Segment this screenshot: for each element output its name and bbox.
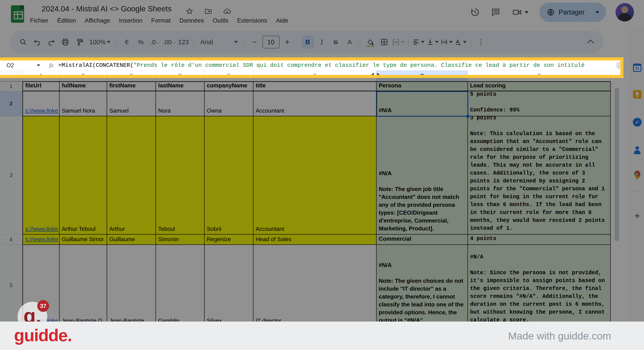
cell-d4[interactable]: Simonin [156,234,204,245]
name-box-caret-icon[interactable] [37,64,40,66]
cell-o4[interactable]: Commercial [376,234,468,245]
cell-e1[interactable]: companyName [204,82,254,91]
column-header-p[interactable]: P [468,70,611,82]
menu-fichier[interactable]: Fichier [30,17,48,24]
fill-handle[interactable] [466,114,470,118]
sheets-logo-icon[interactable] [11,5,24,23]
decrease-decimals-button[interactable]: .0← [149,36,161,48]
cell-a4-link[interactable]: s://www.linke [25,236,58,243]
row-header-2[interactable]: 2 [0,91,22,116]
column-header-b[interactable]: B [60,70,107,82]
font-select[interactable]: Arial [198,36,240,48]
account-avatar[interactable] [616,3,634,22]
cell-a2-link[interactable]: s://www.linke [25,107,58,114]
italic-button[interactable]: I [316,36,328,48]
zoom-select[interactable]: 100% [87,36,112,48]
cell-b5[interactable]: Jean-Baptiste G [60,245,107,326]
format-percent-button[interactable]: % [135,36,147,48]
fill-color-button[interactable] [364,36,376,48]
paint-format-button[interactable] [73,36,86,48]
cell-f3[interactable]: Accountant [254,116,376,234]
search-icon[interactable] [17,36,29,48]
tasks-icon[interactable]: ✓ [633,118,642,126]
column-header-d[interactable]: D [156,70,204,82]
select-all-corner[interactable] [0,70,22,82]
contacts-icon[interactable] [633,146,642,155]
version-history-icon[interactable] [470,7,480,18]
column-header-e[interactable]: E [204,70,254,82]
unhide-right-icon[interactable] [377,73,380,77]
undo-button[interactable] [31,36,43,48]
column-header-f[interactable]: F [254,70,376,82]
cell-p2[interactable]: 5 points Confidence: 95% [468,91,611,116]
star-icon[interactable] [184,6,195,17]
cell-b2[interactable]: Samuel Nora [60,91,107,116]
row-header-1[interactable]: 1 [0,82,22,91]
calendar-icon[interactable]: 31 [633,64,641,72]
document-title[interactable]: 2024.04 - Mistral AI <> Google Sheets [42,4,172,13]
cell-p3[interactable]: 3 points Note: This calculation is based… [468,116,611,234]
meet-caret-icon[interactable] [524,11,528,14]
vertical-scrollbar-thumb[interactable] [615,88,619,241]
borders-button[interactable] [378,36,390,48]
share-button[interactable]: Partager [539,3,606,22]
cell-o5[interactable]: #N/A Note: The given choices do not incl… [376,245,468,326]
bold-button[interactable]: B [302,36,314,48]
cell-b1[interactable]: fullName [60,82,107,91]
cell-d2[interactable]: Nora [156,91,204,116]
increase-decimals-button[interactable]: .00→ [163,36,176,48]
text-color-button[interactable]: A [344,36,356,48]
cell-e5[interactable]: Silvex [204,245,254,326]
hidden-columns-indicator[interactable] [371,73,380,77]
menu-format[interactable]: Format [151,17,171,24]
cell-o1[interactable]: Persona [376,82,468,91]
print-button[interactable] [59,36,72,48]
cell-f1[interactable]: title [254,82,376,91]
cell-e4[interactable]: Regenize [204,234,254,245]
maps-icon[interactable] [633,170,642,180]
menu-edition[interactable]: Édition [57,17,76,24]
add-addon-button[interactable]: + [634,210,640,222]
increase-font-size-button[interactable]: + [281,36,294,48]
cell-p4[interactable]: 4 points [468,234,611,245]
collapse-toolbar-button[interactable] [585,36,597,48]
cell-a3-link[interactable]: s://www.linke [25,226,58,232]
cell-d5[interactable]: Gamblin [156,245,204,326]
cell-d1[interactable]: lastName [156,82,204,91]
cell-c4[interactable]: Guillaume [107,234,156,245]
cell-b4[interactable]: Guillaume Simor [60,234,107,245]
formula-input[interactable]: =MistralAI(CONCATENER("Prends le rôle d'… [58,62,624,68]
name-box[interactable]: O2 [0,62,44,68]
cell-c2[interactable]: Samuel [107,91,156,116]
cell-c1[interactable]: firstName [107,82,156,91]
cell-f5[interactable]: IT director [254,245,376,326]
strikethrough-button[interactable]: S [330,36,342,48]
format-currency-button[interactable]: € [121,36,133,48]
font-size-input[interactable]: 10 [262,36,280,48]
menu-affichage[interactable]: Affichage [85,17,110,24]
cell-o3[interactable]: #N/A Note: The given job title "Accounta… [376,116,468,234]
cell-p1[interactable]: Lead scoring [468,82,611,91]
redo-button[interactable] [45,36,58,48]
column-header-o[interactable]: O [376,70,468,82]
menu-extensions[interactable]: Extensions [237,17,267,24]
cell-c3[interactable]: Arthur [107,116,156,234]
cell-e2[interactable]: Owna [204,91,254,116]
more-formats-button[interactable]: 123 [178,36,190,48]
cell-e3[interactable]: Sobrii [204,116,254,234]
meet-video-icon[interactable] [511,7,530,18]
row-header-3[interactable]: 3 [0,116,22,234]
vertical-align-button[interactable] [426,36,439,48]
unhide-left-icon[interactable] [371,73,374,77]
cell-c5[interactable]: Jean-Baptiste [107,245,156,326]
menu-aide[interactable]: Aide [276,17,288,24]
menu-donnees[interactable]: Données [180,17,204,24]
horizontal-align-button[interactable] [412,36,425,48]
menu-insertion[interactable]: Insertion [119,17,142,24]
formula-bar-scroll-thumb[interactable] [616,62,621,69]
column-header-a[interactable]: A [22,70,60,82]
move-folder-icon[interactable] [203,6,214,17]
cloud-status-icon[interactable] [222,6,233,17]
keep-icon[interactable] [633,90,641,98]
cell-a1[interactable]: fileUrl [22,82,60,91]
